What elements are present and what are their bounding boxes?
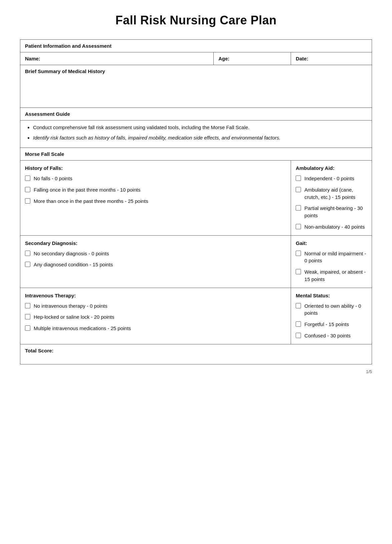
ambulatory-aid-cell: Ambulatory Aid: Independent - 0 points A… xyxy=(291,161,372,236)
secondary-label-1: No secondary diagnosis - 0 points xyxy=(34,250,109,257)
checkbox-gait-1[interactable] xyxy=(296,251,301,256)
mental-status-header: Mental Status: xyxy=(296,293,367,298)
checkbox-secondary-2[interactable] xyxy=(25,262,30,267)
name-label: Name: xyxy=(20,52,214,65)
ambulatory-item-1: Independent - 0 points xyxy=(296,175,367,182)
ambulatory-label-2: Ambulatory aid (cane, crutch, etc.) - 15… xyxy=(304,186,367,201)
checkbox-falls-2[interactable] xyxy=(25,187,30,192)
ambulatory-item-2: Ambulatory aid (cane, crutch, etc.) - 15… xyxy=(296,186,367,201)
total-score-cell: Total Score: xyxy=(20,344,372,364)
gait-cell: Gait: Normal or mild impairment - 0 poin… xyxy=(291,235,372,288)
iv-label-1: No intravenous therapy - 0 points xyxy=(34,302,107,310)
checkbox-mental-3[interactable] xyxy=(296,333,301,338)
gait-label-1: Normal or mild impairment - 0 points xyxy=(304,250,367,265)
history-falls-item-3: More than once in the past three months … xyxy=(25,198,286,205)
ambulatory-label-4: Non-ambulatory - 40 points xyxy=(304,223,365,231)
secondary-diagnosis-header: Secondary Diagnosis: xyxy=(25,240,286,246)
checkbox-secondary-1[interactable] xyxy=(25,251,30,256)
checkbox-iv-1[interactable] xyxy=(25,303,30,308)
assessment-guide-content: Conduct comprehensive fall risk assessme… xyxy=(20,120,372,148)
iv-item-2: Hep-locked or saline lock - 20 points xyxy=(25,313,286,321)
iv-item-1: No intravenous therapy - 0 points xyxy=(25,302,286,310)
mental-item-2: Forgetful - 15 points xyxy=(296,321,367,328)
ambulatory-label-3: Partial weight-bearing - 30 points xyxy=(304,205,367,219)
page-indicator: 1/5 xyxy=(20,369,372,374)
checkbox-mental-2[interactable] xyxy=(296,321,301,327)
intravenous-therapy-cell: Intravenous Therapy: No intravenous ther… xyxy=(20,288,291,344)
mental-status-cell: Mental Status: Oriented to own ability -… xyxy=(291,288,372,344)
secondary-label-2: Any diagnosed condition - 15 points xyxy=(34,261,113,268)
ambulatory-label-1: Independent - 0 points xyxy=(304,175,354,182)
checkbox-ambulatory-4[interactable] xyxy=(296,224,301,229)
history-falls-item-2: Falling once in the past three months - … xyxy=(25,186,286,194)
history-falls-item-1: No falls - 0 points xyxy=(25,175,286,182)
mental-item-1: Oriented to own ability - 0 points xyxy=(296,302,367,317)
medical-history-header: Brief Summary of Medical History xyxy=(20,65,372,108)
patient-info-header: Patient Information and Assessment xyxy=(20,40,372,52)
mental-item-3: Confused - 30 points xyxy=(296,332,367,339)
gait-label-2: Weak, impaired, or absent - 15 points xyxy=(304,268,367,283)
iv-label-2: Hep-locked or saline lock - 20 points xyxy=(34,313,114,321)
iv-label-3: Multiple intravenous medications - 25 po… xyxy=(34,325,131,332)
ambulatory-item-4: Non-ambulatory - 40 points xyxy=(296,223,367,231)
checkbox-iv-2[interactable] xyxy=(25,314,30,319)
age-label: Age: xyxy=(214,52,291,65)
history-of-falls-header: History of Falls: xyxy=(25,165,286,171)
morse-fall-scale-header: Morse Fall Scale xyxy=(20,148,372,161)
falls-label-2: Falling once in the past three months - … xyxy=(34,186,140,194)
main-table: Patient Information and Assessment Name:… xyxy=(20,39,372,364)
checkbox-ambulatory-2[interactable] xyxy=(296,187,301,192)
falls-label-3: More than once in the past three months … xyxy=(34,198,148,205)
secondary-diagnosis-item-1: No secondary diagnosis - 0 points xyxy=(25,250,286,257)
checkbox-ambulatory-1[interactable] xyxy=(296,176,301,181)
ambulatory-item-3: Partial weight-bearing - 30 points xyxy=(296,205,367,219)
bullet-1: Conduct comprehensive fall risk assessme… xyxy=(33,124,367,131)
mental-label-3: Confused - 30 points xyxy=(304,332,350,339)
mental-label-2: Forgetful - 15 points xyxy=(304,321,349,328)
falls-label-1: No falls - 0 points xyxy=(34,175,72,182)
checkbox-falls-3[interactable] xyxy=(25,198,30,204)
checkbox-falls-1[interactable] xyxy=(25,176,30,181)
bullet-2: Identify risk factors such as history of… xyxy=(33,134,367,142)
assessment-guide-header: Assessment Guide xyxy=(20,108,372,120)
gait-item-2: Weak, impaired, or absent - 15 points xyxy=(296,268,367,283)
intravenous-therapy-header: Intravenous Therapy: xyxy=(25,293,286,298)
secondary-diagnosis-cell: Secondary Diagnosis: No secondary diagno… xyxy=(20,235,291,288)
checkbox-mental-1[interactable] xyxy=(296,303,301,308)
date-label: Date: xyxy=(291,52,372,65)
gait-item-1: Normal or mild impairment - 0 points xyxy=(296,250,367,265)
checkbox-ambulatory-3[interactable] xyxy=(296,205,301,211)
secondary-diagnosis-item-2: Any diagnosed condition - 15 points xyxy=(25,261,286,268)
iv-item-3: Multiple intravenous medications - 25 po… xyxy=(25,325,286,332)
checkbox-gait-2[interactable] xyxy=(296,269,301,274)
checkbox-iv-3[interactable] xyxy=(25,325,30,331)
history-of-falls-cell: History of Falls: No falls - 0 points Fa… xyxy=(20,161,291,236)
ambulatory-aid-header: Ambulatory Aid: xyxy=(296,165,367,171)
assessment-bullet-list: Conduct comprehensive fall risk assessme… xyxy=(25,124,367,142)
page-title: Fall Risk Nursing Care Plan xyxy=(20,13,372,27)
gait-header: Gait: xyxy=(296,240,367,246)
mental-label-1: Oriented to own ability - 0 points xyxy=(304,302,367,317)
